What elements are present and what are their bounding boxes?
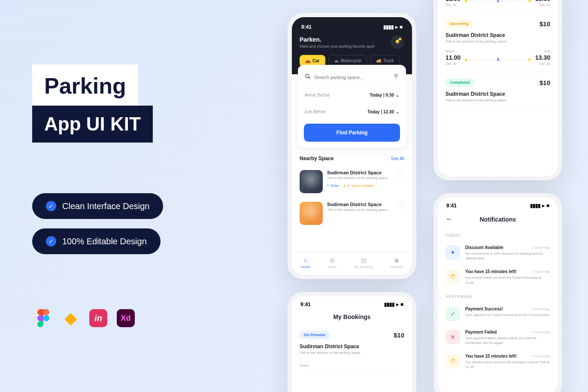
filter-icon[interactable]: [393, 73, 399, 81]
search-icon: [305, 73, 311, 81]
timer-icon: ⏱: [446, 269, 460, 284]
phone-home: 9:41 ▮▮▮▮ ▸ ■ Parken. Mark and choose yo…: [288, 13, 416, 279]
feature-pill-2: ✓ 100% Editable Design: [32, 228, 161, 254]
notification-item[interactable]: ⏱ You have 15 minutes left!3 hours ago Y…: [438, 265, 558, 289]
status-time: 9:41: [300, 301, 311, 307]
svg-point-1: [306, 74, 309, 78]
status-time: 9:41: [446, 203, 457, 209]
space-address: This is the address of the parking space: [327, 208, 393, 212]
booking-card[interactable]: Completed $10 Sudirman District Space Th…: [445, 72, 551, 109]
booking-address: This is the address of the parking space: [446, 40, 550, 43]
arrive-label: Arrive Before: [305, 93, 330, 97]
exit-time: 13.30: [535, 0, 550, 2]
arrive-label: Arrive: [300, 364, 309, 368]
xd-icon: Xd: [117, 309, 135, 327]
status-badge: Completed: [446, 78, 474, 87]
nav-maps[interactable]: ⊞Maps: [328, 257, 336, 269]
promo-subtitle-box: App UI KIT: [32, 106, 153, 143]
feature-text: Clean Interface Design: [62, 201, 149, 211]
space-image: [300, 202, 323, 225]
booking-icon: ▤: [361, 257, 367, 264]
space-name: Sudirman District Space: [327, 202, 393, 207]
booking-address: This is the address of the parking space: [446, 98, 550, 102]
figma-icon: [34, 309, 52, 327]
favorite-button[interactable]: ♡: [397, 170, 404, 177]
feature-pill-1: ✓ Clean Interface Design: [32, 193, 163, 219]
search-input[interactable]: [314, 75, 390, 80]
promo-title-box: Parking: [32, 64, 138, 107]
space-image: [300, 170, 323, 193]
nav-account[interactable]: ◉Account: [391, 257, 403, 269]
notification-item[interactable]: ✕ Payment Failed3 hours ago Your payment…: [438, 325, 558, 349]
chevron-down-icon: ⌄: [396, 109, 399, 114]
nearby-title: Nearby Space: [300, 155, 333, 161]
booking-card[interactable]: On Process $10 Sudirman District Space T…: [299, 325, 405, 375]
hourglass-icon: ⧗: [497, 57, 500, 62]
chevron-down-icon: ⌄: [396, 93, 399, 97]
booking-price: $10: [394, 331, 404, 339]
notifications-button[interactable]: [391, 35, 404, 49]
space-name: Sudirman District Space: [327, 170, 393, 175]
status-badge: On Process: [300, 331, 330, 339]
booking-title: Sudirman District Space: [446, 91, 550, 97]
location-icon: ⌖: [327, 183, 329, 188]
notification-item[interactable]: ✦ Discount Available3 hours ago We recom…: [438, 241, 558, 265]
phone-my-bookings: 9:41 ▮▮▮▮ ▸ ■ My Bookings On Process $10…: [288, 292, 416, 392]
sketch-icon: ◆: [62, 309, 80, 327]
find-parking-button[interactable]: Find Parking: [304, 124, 400, 142]
page-title: My Bookings: [292, 309, 412, 325]
motorcycle-icon: 🏍: [334, 58, 339, 63]
section-yesterday: YESTERDAY: [438, 289, 558, 302]
nav-home[interactable]: ⌂Home: [301, 257, 310, 269]
arrive-selector[interactable]: Arrive Before Today | 9.30⌄: [304, 87, 400, 103]
distance-badge: ⌖800m: [327, 183, 339, 188]
page-title: Notifications: [480, 216, 516, 223]
phone-bookings-list: Arrive 11.00 Oct, 22 ⧗ Exit 13.30 Oct, 2…: [433, 0, 562, 180]
app-tagline: Mark and choose your parking favorite sp…: [300, 44, 375, 49]
space-address: This is the address of the parking space: [327, 176, 393, 180]
back-button[interactable]: ←: [446, 215, 453, 224]
svg-point-0: [43, 315, 49, 321]
timer-icon: ⏱: [446, 354, 460, 368]
space-card[interactable]: Sudirman District Space This is the addr…: [298, 166, 406, 198]
favorite-button[interactable]: ♡: [397, 202, 404, 209]
space-card[interactable]: Sudirman District Space This is the addr…: [298, 198, 406, 229]
discount-icon: ✦: [446, 245, 460, 260]
success-icon: ✓: [446, 307, 460, 321]
exit-label: Exit Before: [305, 109, 326, 114]
booking-card[interactable]: Upcoming $10 Sudirman District Space Thi…: [445, 13, 551, 72]
check-icon: ✓: [46, 236, 56, 246]
booking-price: $10: [540, 79, 550, 86]
nav-booking[interactable]: ▤My Booking: [355, 257, 373, 269]
phone-notifications: 9:41 ▮▮▮▮ ▸ ■ ← Notifications TODAY ✦ Di…: [433, 193, 562, 392]
invision-icon: in: [89, 309, 107, 327]
hourglass-icon: ⧗: [497, 0, 500, 3]
feature-text: 100% Editable Design: [62, 237, 147, 246]
booking-title: Sudirman District Space: [446, 32, 550, 38]
notification-item[interactable]: ⏱ You have 15 minutes left!3 hours ago Y…: [438, 349, 558, 374]
failed-icon: ✕: [446, 330, 460, 344]
status-icons: ▮▮▮▮ ▸ ■: [530, 203, 549, 209]
spots-badge: ●12 spots available: [343, 183, 374, 188]
booking-address: This is the address of the parking space: [300, 351, 404, 355]
check-icon: ✓: [46, 201, 56, 211]
promo-subtitle: App UI KIT: [44, 113, 141, 135]
status-badge: Upcoming: [446, 19, 473, 28]
booking-title: Sudirman District Space: [300, 343, 404, 349]
booking-price: $10: [540, 20, 550, 27]
spots-icon: ●: [343, 184, 346, 188]
status-time: 9:41: [301, 24, 312, 30]
home-icon: ⌂: [303, 257, 307, 264]
section-today: TODAY: [438, 228, 558, 241]
notification-item[interactable]: ✓ Payment Success!3 hours ago Your payme…: [438, 302, 558, 325]
status-icons: ▮▮▮▮ ▸ ■: [384, 301, 403, 307]
promo-title: Parking: [44, 73, 126, 99]
arrive-time: 11.00: [446, 0, 461, 2]
status-icons: ▮▮▮▮ ▸ ■: [383, 24, 403, 30]
arrive-date: Oct, 22: [446, 3, 461, 7]
see-all-link[interactable]: See All: [391, 156, 404, 161]
maps-icon: ⊞: [330, 257, 335, 264]
car-icon: 🚗: [305, 58, 310, 63]
exit-selector[interactable]: Exit Before Today | 12.30⌄: [304, 103, 400, 120]
account-icon: ◉: [394, 257, 399, 264]
